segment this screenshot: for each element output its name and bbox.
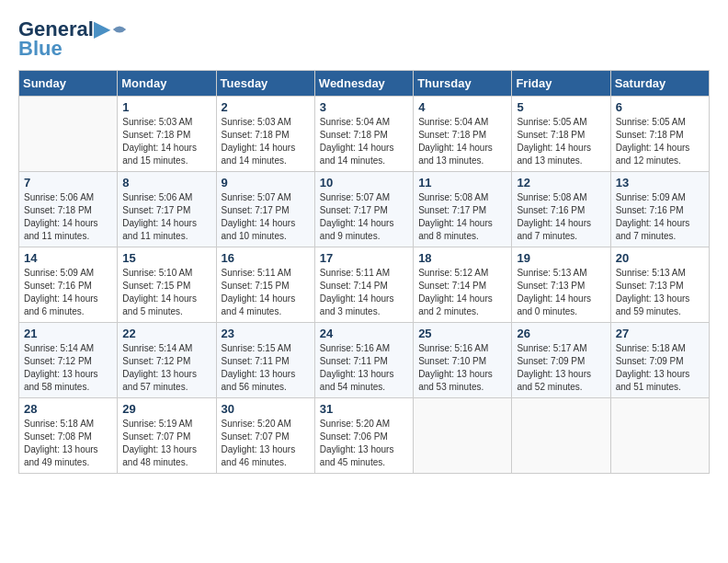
calendar-day-cell: 12Sunrise: 5:08 AM Sunset: 7:16 PM Dayli… [512, 172, 610, 247]
day-number: 21 [24, 327, 112, 340]
logo-icon [111, 21, 128, 38]
weekday-header-thursday: Thursday [414, 71, 512, 97]
weekday-header-saturday: Saturday [610, 71, 709, 97]
calendar-day-cell: 1Sunrise: 5:03 AM Sunset: 7:18 PM Daylig… [118, 97, 216, 172]
day-number: 3 [320, 100, 408, 114]
empty-cell [610, 398, 709, 474]
day-info: Sunrise: 5:20 AM Sunset: 7:07 PM Dayligh… [222, 418, 310, 469]
empty-cell [512, 398, 610, 474]
day-number: 14 [24, 251, 112, 265]
weekday-header-tuesday: Tuesday [216, 71, 314, 97]
calendar-day-cell: 30Sunrise: 5:20 AM Sunset: 7:07 PM Dayli… [216, 398, 314, 474]
calendar-day-cell: 13Sunrise: 5:09 AM Sunset: 7:16 PM Dayli… [610, 172, 709, 247]
day-info: Sunrise: 5:16 AM Sunset: 7:11 PM Dayligh… [320, 342, 408, 394]
calendar-day-cell: 26Sunrise: 5:17 AM Sunset: 7:09 PM Dayli… [512, 323, 610, 398]
day-number: 22 [122, 327, 210, 340]
weekday-header-wednesday: Wednesday [314, 71, 413, 97]
day-number: 7 [24, 176, 112, 190]
day-number: 13 [616, 176, 704, 190]
day-info: Sunrise: 5:09 AM Sunset: 7:16 PM Dayligh… [616, 191, 704, 243]
day-number: 28 [24, 402, 112, 416]
calendar-day-cell: 18Sunrise: 5:12 AM Sunset: 7:14 PM Dayli… [414, 247, 512, 323]
calendar-day-cell: 8Sunrise: 5:06 AM Sunset: 7:17 PM Daylig… [118, 172, 216, 247]
day-number: 31 [320, 402, 408, 416]
calendar-day-cell: 21Sunrise: 5:14 AM Sunset: 7:12 PM Dayli… [19, 323, 118, 398]
day-info: Sunrise: 5:14 AM Sunset: 7:12 PM Dayligh… [122, 342, 210, 394]
weekday-header-monday: Monday [118, 71, 216, 97]
day-number: 15 [122, 251, 210, 265]
day-info: Sunrise: 5:06 AM Sunset: 7:18 PM Dayligh… [24, 191, 112, 243]
calendar-day-cell: 29Sunrise: 5:19 AM Sunset: 7:07 PM Dayli… [118, 398, 216, 474]
day-info: Sunrise: 5:13 AM Sunset: 7:13 PM Dayligh… [517, 267, 605, 318]
calendar-week-row: 28Sunrise: 5:18 AM Sunset: 7:08 PM Dayli… [19, 398, 710, 474]
day-number: 27 [616, 327, 704, 340]
day-number: 23 [222, 327, 310, 340]
day-number: 11 [418, 176, 506, 190]
calendar-week-row: 14Sunrise: 5:09 AM Sunset: 7:16 PM Dayli… [19, 247, 710, 323]
calendar-day-cell: 31Sunrise: 5:20 AM Sunset: 7:06 PM Dayli… [314, 398, 413, 474]
calendar-day-cell: 17Sunrise: 5:11 AM Sunset: 7:14 PM Dayli… [314, 247, 413, 323]
day-number: 24 [320, 327, 408, 340]
day-info: Sunrise: 5:18 AM Sunset: 7:08 PM Dayligh… [24, 418, 112, 469]
calendar-day-cell: 15Sunrise: 5:10 AM Sunset: 7:15 PM Dayli… [118, 247, 216, 323]
calendar-day-cell: 2Sunrise: 5:03 AM Sunset: 7:18 PM Daylig… [216, 97, 314, 172]
calendar-day-cell: 5Sunrise: 5:05 AM Sunset: 7:18 PM Daylig… [512, 97, 610, 172]
day-info: Sunrise: 5:06 AM Sunset: 7:17 PM Dayligh… [122, 191, 210, 243]
day-info: Sunrise: 5:11 AM Sunset: 7:15 PM Dayligh… [222, 267, 310, 318]
day-info: Sunrise: 5:08 AM Sunset: 7:17 PM Dayligh… [418, 191, 506, 243]
day-number: 5 [517, 100, 605, 114]
day-info: Sunrise: 5:07 AM Sunset: 7:17 PM Dayligh… [320, 191, 408, 243]
day-number: 12 [517, 176, 605, 190]
day-info: Sunrise: 5:08 AM Sunset: 7:16 PM Dayligh… [517, 191, 605, 243]
calendar-day-cell: 19Sunrise: 5:13 AM Sunset: 7:13 PM Dayli… [512, 247, 610, 323]
day-info: Sunrise: 5:15 AM Sunset: 7:11 PM Dayligh… [222, 342, 310, 394]
calendar-header-row: SundayMondayTuesdayWednesdayThursdayFrid… [19, 71, 710, 97]
day-info: Sunrise: 5:11 AM Sunset: 7:14 PM Dayligh… [320, 267, 408, 318]
day-number: 25 [418, 327, 506, 340]
calendar-day-cell: 24Sunrise: 5:16 AM Sunset: 7:11 PM Dayli… [314, 323, 413, 398]
day-info: Sunrise: 5:10 AM Sunset: 7:15 PM Dayligh… [122, 267, 210, 318]
calendar-day-cell: 3Sunrise: 5:04 AM Sunset: 7:18 PM Daylig… [314, 97, 413, 172]
day-number: 2 [222, 100, 310, 114]
day-info: Sunrise: 5:09 AM Sunset: 7:16 PM Dayligh… [24, 267, 112, 318]
day-info: Sunrise: 5:20 AM Sunset: 7:06 PM Dayligh… [320, 418, 408, 469]
calendar-week-row: 21Sunrise: 5:14 AM Sunset: 7:12 PM Dayli… [19, 323, 710, 398]
day-number: 17 [320, 251, 408, 265]
calendar-day-cell: 7Sunrise: 5:06 AM Sunset: 7:18 PM Daylig… [19, 172, 118, 247]
day-number: 19 [517, 251, 605, 265]
calendar-day-cell: 16Sunrise: 5:11 AM Sunset: 7:15 PM Dayli… [216, 247, 314, 323]
day-info: Sunrise: 5:17 AM Sunset: 7:09 PM Dayligh… [517, 342, 605, 394]
day-info: Sunrise: 5:16 AM Sunset: 7:10 PM Dayligh… [418, 342, 506, 394]
day-number: 4 [418, 100, 506, 114]
day-info: Sunrise: 5:05 AM Sunset: 7:18 PM Dayligh… [517, 116, 605, 167]
weekday-header-friday: Friday [512, 71, 610, 97]
calendar-day-cell: 27Sunrise: 5:18 AM Sunset: 7:09 PM Dayli… [610, 323, 709, 398]
day-number: 20 [616, 251, 704, 265]
calendar-day-cell: 23Sunrise: 5:15 AM Sunset: 7:11 PM Dayli… [216, 323, 314, 398]
day-number: 10 [320, 176, 408, 190]
weekday-header-sunday: Sunday [19, 71, 118, 97]
calendar-week-row: 1Sunrise: 5:03 AM Sunset: 7:18 PM Daylig… [19, 97, 710, 172]
day-info: Sunrise: 5:14 AM Sunset: 7:12 PM Dayligh… [24, 342, 112, 394]
page-header: General▶ Blue [18, 18, 710, 61]
calendar-day-cell: 9Sunrise: 5:07 AM Sunset: 7:17 PM Daylig… [216, 172, 314, 247]
calendar-table: SundayMondayTuesdayWednesdayThursdayFrid… [18, 70, 710, 474]
calendar-day-cell: 4Sunrise: 5:04 AM Sunset: 7:18 PM Daylig… [414, 97, 512, 172]
day-info: Sunrise: 5:04 AM Sunset: 7:18 PM Dayligh… [320, 116, 408, 167]
day-info: Sunrise: 5:13 AM Sunset: 7:13 PM Dayligh… [616, 267, 704, 318]
day-info: Sunrise: 5:04 AM Sunset: 7:18 PM Dayligh… [418, 116, 506, 167]
day-number: 18 [418, 251, 506, 265]
day-number: 30 [222, 402, 310, 416]
calendar-day-cell: 14Sunrise: 5:09 AM Sunset: 7:16 PM Dayli… [19, 247, 118, 323]
day-info: Sunrise: 5:19 AM Sunset: 7:07 PM Dayligh… [122, 418, 210, 469]
calendar-day-cell: 20Sunrise: 5:13 AM Sunset: 7:13 PM Dayli… [610, 247, 709, 323]
day-number: 29 [122, 402, 210, 416]
day-number: 1 [122, 100, 210, 114]
day-number: 26 [517, 327, 605, 340]
calendar-week-row: 7Sunrise: 5:06 AM Sunset: 7:18 PM Daylig… [19, 172, 710, 247]
day-info: Sunrise: 5:07 AM Sunset: 7:17 PM Dayligh… [222, 191, 310, 243]
day-number: 16 [222, 251, 310, 265]
day-info: Sunrise: 5:03 AM Sunset: 7:18 PM Dayligh… [122, 116, 210, 167]
calendar-day-cell: 22Sunrise: 5:14 AM Sunset: 7:12 PM Dayli… [118, 323, 216, 398]
day-info: Sunrise: 5:12 AM Sunset: 7:14 PM Dayligh… [418, 267, 506, 318]
